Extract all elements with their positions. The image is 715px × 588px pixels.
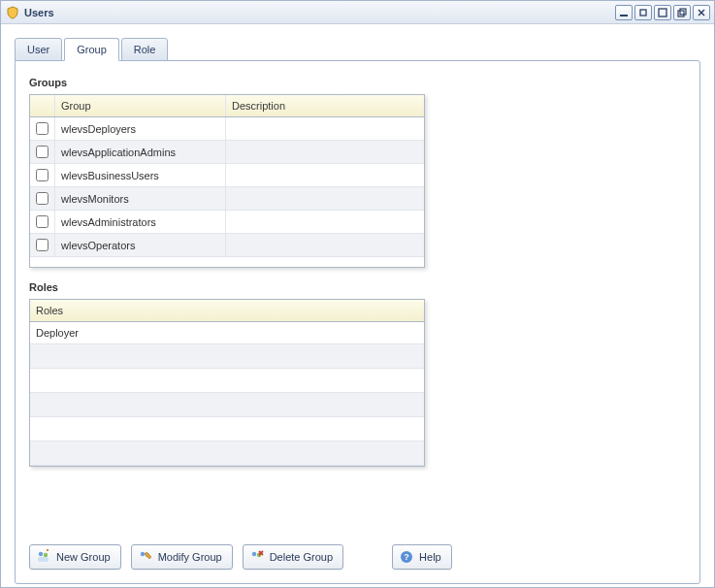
row-checkbox[interactable]: [36, 122, 49, 135]
tab-user[interactable]: User: [15, 38, 62, 61]
titlebar: Users: [1, 1, 714, 24]
row-checkbox[interactable]: [36, 146, 49, 158]
row-checkbox[interactable]: [36, 192, 49, 205]
new-group-button[interactable]: New Group: [29, 544, 121, 570]
table-row[interactable]: [30, 369, 424, 393]
groups-table-header: Group Description: [30, 95, 424, 117]
row-checkbox[interactable]: [36, 239, 49, 251]
table-row[interactable]: [30, 417, 424, 441]
table-row[interactable]: wlevsBusinessUsers: [30, 164, 424, 187]
add-group-icon: [36, 549, 51, 565]
roles-col-roles[interactable]: Roles: [30, 300, 424, 321]
svg-rect-1: [640, 10, 646, 16]
svg-text:?: ?: [404, 552, 409, 562]
row-group-desc: [226, 187, 424, 210]
close-button[interactable]: [693, 5, 710, 20]
table-row[interactable]: [30, 393, 424, 417]
window-body: User Group Role Groups Group Description…: [1, 24, 714, 587]
row-group-desc: [226, 141, 424, 163]
table-row[interactable]: [30, 441, 424, 466]
roles-label: Roles: [29, 281, 686, 293]
svg-rect-3: [680, 9, 686, 15]
tab-group[interactable]: Group: [64, 38, 119, 61]
tab-role[interactable]: Role: [121, 38, 169, 61]
shield-icon: [5, 5, 20, 20]
svg-point-12: [251, 552, 255, 556]
row-group-desc: [226, 234, 424, 256]
groups-table: Group Description wlevsDeployers wlevsAp…: [29, 94, 425, 268]
delete-group-button[interactable]: Delete Group: [243, 544, 343, 570]
row-group-name: wlevsApplicationAdmins: [55, 141, 226, 163]
roles-table: Roles Deployer: [29, 299, 425, 467]
row-role-name: Deployer: [30, 322, 424, 343]
button-label: Help: [419, 551, 441, 563]
row-group-desc: [226, 211, 424, 233]
minimize-button[interactable]: [615, 5, 633, 20]
edit-group-icon: [138, 549, 153, 565]
roles-table-header: Roles: [30, 300, 424, 322]
row-group-name: wlevsDeployers: [55, 117, 226, 140]
button-bar: New Group Modify Group Delete Group: [29, 544, 452, 570]
roles-table-body: Deployer: [30, 322, 424, 466]
groups-col-description[interactable]: Description: [226, 95, 424, 116]
modify-group-button[interactable]: Modify Group: [131, 544, 233, 570]
maximize-button[interactable]: [654, 5, 671, 20]
row-group-name: wlevsMonitors: [55, 187, 226, 210]
group-panel: Groups Group Description wlevsDeployers: [15, 60, 700, 584]
delete-group-icon: [249, 549, 265, 565]
groups-table-body: wlevsDeployers wlevsApplicationAdmins wl…: [30, 117, 424, 257]
row-role-name: [30, 393, 424, 416]
row-group-desc: [226, 117, 424, 140]
svg-rect-9: [38, 557, 49, 562]
table-row[interactable]: wlevsOperators: [30, 234, 424, 257]
row-role-name: [30, 344, 424, 368]
button-label: Modify Group: [158, 551, 222, 563]
tile-button[interactable]: [673, 5, 691, 20]
groups-col-checkbox: [30, 95, 55, 116]
row-group-name: wlevsOperators: [55, 234, 226, 256]
table-row[interactable]: Deployer: [30, 322, 424, 344]
svg-point-7: [39, 552, 43, 556]
groups-col-group[interactable]: Group: [55, 95, 226, 116]
tab-strip: User Group Role: [15, 34, 700, 61]
table-row[interactable]: [30, 344, 424, 369]
button-label: New Group: [56, 551, 111, 563]
help-button[interactable]: ? Help: [392, 544, 452, 570]
restore-button[interactable]: [634, 5, 652, 20]
row-group-name: wlevsBusinessUsers: [55, 164, 226, 186]
row-role-name: [30, 441, 424, 465]
svg-rect-2: [659, 9, 666, 16]
row-role-name: [30, 369, 424, 392]
table-row[interactable]: wlevsDeployers: [30, 117, 424, 141]
users-window: Users User Group Role Groups Group Descr…: [0, 0, 715, 588]
row-group-desc: [226, 164, 424, 186]
help-icon: ?: [399, 549, 414, 565]
svg-rect-4: [678, 11, 684, 16]
svg-point-10: [140, 552, 144, 556]
table-row[interactable]: wlevsApplicationAdmins: [30, 141, 424, 164]
row-group-name: wlevsAdministrators: [55, 211, 226, 233]
groups-label: Groups: [29, 77, 686, 88]
row-checkbox[interactable]: [36, 215, 49, 228]
window-title: Users: [24, 7, 54, 18]
table-row[interactable]: wlevsMonitors: [30, 187, 424, 211]
row-checkbox[interactable]: [36, 169, 49, 181]
row-role-name: [30, 417, 424, 441]
groups-table-footer: [30, 257, 424, 267]
button-label: Delete Group: [270, 551, 333, 563]
svg-rect-0: [620, 15, 628, 16]
svg-point-8: [44, 553, 48, 557]
table-row[interactable]: wlevsAdministrators: [30, 211, 424, 234]
